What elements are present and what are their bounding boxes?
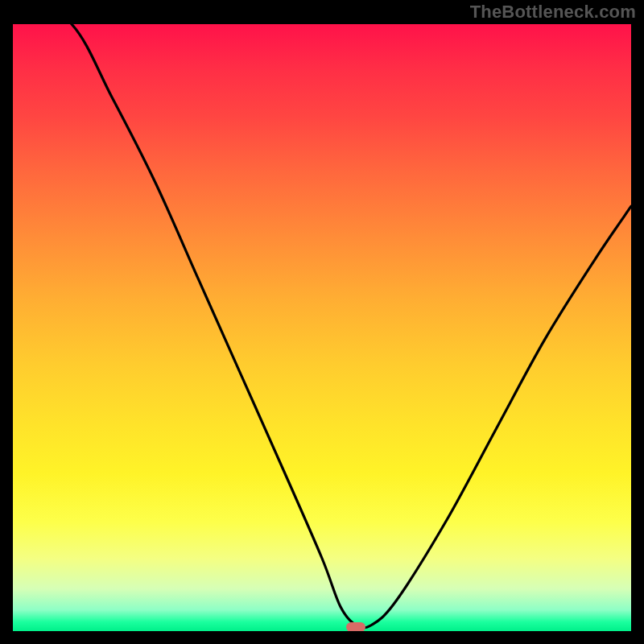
bottleneck-curve: [13, 24, 631, 631]
minimum-marker: [346, 622, 365, 631]
watermark-text: TheBottleneck.com: [470, 2, 636, 23]
plot-area: [13, 24, 631, 631]
curve-path: [13, 24, 631, 628]
chart-frame: TheBottleneck.com: [0, 0, 644, 644]
